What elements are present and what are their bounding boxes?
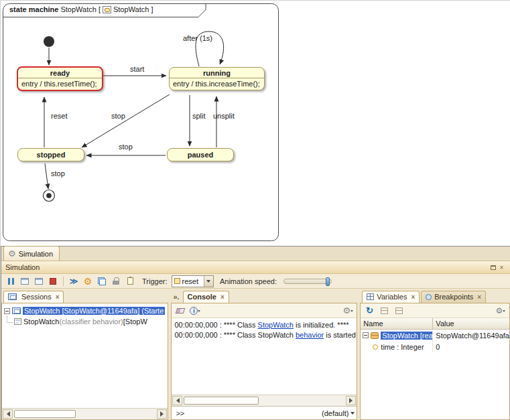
scrollbar-thumb[interactable] xyxy=(184,397,259,405)
tab-overflow-icon[interactable]: ». xyxy=(173,293,179,303)
state-ready[interactable]: ready entry / this.resetTime(); xyxy=(17,66,103,91)
refresh-button[interactable] xyxy=(363,305,375,317)
scroll-right-button[interactable] xyxy=(157,409,167,419)
label-reset[interactable]: reset xyxy=(51,112,67,120)
animation-speed-slider[interactable] xyxy=(283,279,332,284)
classifier-behavior-icon xyxy=(14,318,21,325)
application-window: state machine StopWatch [StopWatch ] rea… xyxy=(0,0,510,420)
chevron-down-icon xyxy=(350,412,355,417)
close-sessions-tab-icon[interactable]: × xyxy=(56,293,60,301)
tab-breakpoints-label: Breakpoints xyxy=(434,293,473,301)
console-command-input[interactable] xyxy=(188,408,320,419)
table-row[interactable]: time : Integer 0 xyxy=(361,341,509,352)
clipboard-icon xyxy=(127,277,133,285)
float-window-icon[interactable] xyxy=(489,263,497,271)
frame-diagram-name: StopWatch ] xyxy=(113,5,153,13)
label-start[interactable]: start xyxy=(130,65,144,73)
terminate-button[interactable] xyxy=(47,275,59,287)
tab-console[interactable]: Console × xyxy=(183,291,229,303)
console-link[interactable]: StopWatch xyxy=(258,321,294,329)
sessions-tab-bar: Sessions × xyxy=(1,289,168,303)
variables-tab-icon xyxy=(367,293,374,300)
console-input-row: >> (default) xyxy=(172,406,357,419)
label-split[interactable]: split xyxy=(192,112,206,120)
frame-title: state machine StopWatch [StopWatch ] xyxy=(9,5,153,13)
eraser-icon xyxy=(176,308,186,313)
sessions-horizontal-scrollbar[interactable] xyxy=(2,408,168,419)
console-horizontal-scrollbar[interactable] xyxy=(172,395,357,406)
diagram-canvas xyxy=(1,1,510,246)
state-running[interactable]: running entry / this.increaseTime(); xyxy=(169,67,265,90)
export-table-button[interactable] xyxy=(378,305,390,317)
tab-simulation[interactable]: Simulation xyxy=(3,246,60,261)
slider-handle[interactable] xyxy=(326,277,330,286)
lock-button[interactable] xyxy=(110,275,122,287)
step-over-button[interactable] xyxy=(33,275,45,287)
session-root-row[interactable]: StopWatch [StopWatch@11649afa] (Starte xyxy=(2,305,168,316)
tab-sessions[interactable]: Sessions × xyxy=(3,291,64,303)
initial-state[interactable] xyxy=(44,36,54,47)
close-panel-icon[interactable]: × xyxy=(497,263,506,271)
label-unsplit[interactable]: unsplit xyxy=(213,112,235,120)
breakpoints-tab-icon xyxy=(426,294,432,300)
scroll-right-button[interactable] xyxy=(346,396,356,405)
label-stop-final[interactable]: stop xyxy=(51,169,65,178)
refresh-icon xyxy=(366,305,373,316)
window-tab-bar: Simulation xyxy=(1,247,510,261)
pause-icon xyxy=(8,278,14,285)
column-header-value[interactable]: Value xyxy=(433,320,509,328)
columns-icon xyxy=(395,307,403,314)
trigger-event-icon xyxy=(174,278,180,284)
table-row[interactable]: StopWatch [rea... StopWatch@11649afa xyxy=(361,330,509,341)
scrollbar-thumb[interactable] xyxy=(14,410,76,418)
console-link[interactable]: behavior xyxy=(296,331,324,339)
clear-console-button[interactable] xyxy=(174,305,186,317)
log-level-button[interactable]: i xyxy=(189,305,201,317)
sessions-pane: Sessions × StopWatch [StopWatch@11649afa… xyxy=(1,289,168,420)
session-child-row[interactable]: StopWatch(classifier behavior) [StopW xyxy=(2,316,168,327)
tab-variables[interactable]: Variables × xyxy=(362,291,420,303)
state-ready-entry: entry / this.resetTime(); xyxy=(18,78,102,90)
animation-menu-button[interactable] xyxy=(68,275,80,287)
console-options-button[interactable] xyxy=(342,305,354,317)
animation-speed-label: Animation speed: xyxy=(220,277,277,285)
trigger-dropdown[interactable]: reset xyxy=(172,275,214,287)
scroll-left-button[interactable] xyxy=(3,409,13,419)
columns-button[interactable] xyxy=(393,305,405,317)
trigger-dropdown-arrow[interactable] xyxy=(204,276,213,287)
state-stopped[interactable]: stopped xyxy=(17,148,84,161)
column-header-name[interactable]: Name xyxy=(361,318,433,329)
close-variables-tab-icon[interactable]: × xyxy=(411,293,415,301)
step-into-button[interactable] xyxy=(19,275,31,287)
state-machine-diagram[interactable]: state machine StopWatch [StopWatch ] rea… xyxy=(1,1,510,246)
sessions-tab-icon xyxy=(8,293,17,300)
pause-button[interactable] xyxy=(5,275,17,287)
label-after-1s[interactable]: after (1s) xyxy=(183,34,212,42)
tab-console-label: Console xyxy=(188,293,216,301)
state-paused[interactable]: paused xyxy=(167,148,234,161)
close-breakpoints-tab-icon[interactable]: × xyxy=(477,293,481,301)
variable-value: StopWatch@11649afa xyxy=(433,332,509,340)
label-stop-paused[interactable]: stop xyxy=(119,143,133,151)
trigger-value: reset xyxy=(182,277,204,285)
label-stop-running[interactable]: stop xyxy=(111,112,125,120)
console-line-text: 00:00:00,000 : **** Class StopWatch xyxy=(174,331,296,339)
cascade-windows-button[interactable] xyxy=(96,275,108,287)
state-stopped-name: stopped xyxy=(18,149,84,161)
tab-variables-label: Variables xyxy=(377,293,407,301)
step-over-icon xyxy=(35,278,43,285)
collapse-expander-icon[interactable] xyxy=(4,308,10,314)
scroll-left-button[interactable] xyxy=(172,396,182,405)
animation-chevron-icon xyxy=(70,277,78,286)
variables-options-button[interactable] xyxy=(495,305,507,317)
simulation-config-button[interactable] xyxy=(82,275,94,287)
info-icon: i xyxy=(190,307,198,315)
state-machine-diagram-icon xyxy=(103,6,111,13)
collapse-expander-icon[interactable] xyxy=(363,332,369,338)
close-console-tab-icon[interactable]: × xyxy=(220,293,225,301)
export-log-button[interactable] xyxy=(124,275,136,287)
tab-breakpoints[interactable]: Breakpoints × xyxy=(421,291,486,303)
console-tab-bar: ». Console × xyxy=(171,289,357,303)
console-mode-dropdown[interactable]: (default) xyxy=(320,409,357,417)
session-icon xyxy=(12,307,21,314)
